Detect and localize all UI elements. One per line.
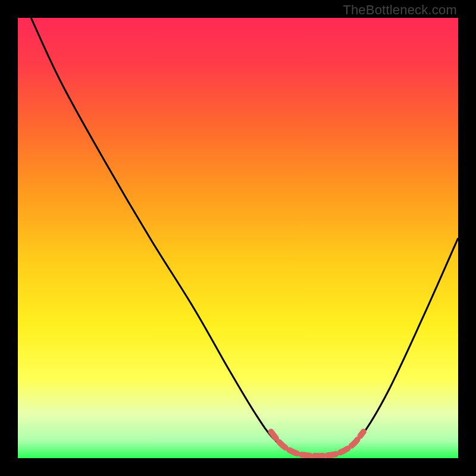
watermark-text: TheBottleneck.com — [343, 2, 457, 18]
bottleneck-chart — [18, 18, 458, 458]
chart-background — [18, 18, 458, 458]
